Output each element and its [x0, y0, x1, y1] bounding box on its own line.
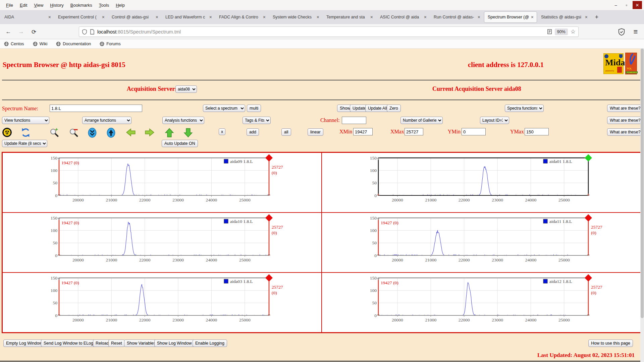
url-bar[interactable]: localhost:8015/Spectrum/Spectrum.tml 90%…: [79, 26, 579, 37]
bookmark-forums[interactable]: Forums: [100, 42, 120, 46]
auto-update-button[interactable]: Auto Update ON: [162, 140, 198, 147]
app-menu-icon[interactable]: ≡: [631, 27, 641, 37]
select-spectrum-dropdown[interactable]: Select a spectrum: [203, 105, 245, 112]
back-button[interactable]: ←: [3, 27, 13, 37]
zoom-level-badge[interactable]: 90%: [555, 28, 568, 35]
arrange-functions-dropdown[interactable]: Arrange functions: [82, 117, 131, 124]
arrow-left-icon[interactable]: [126, 128, 136, 138]
tab-experiment-control[interactable]: Experiment Control (×: [55, 11, 108, 23]
tab-close-icon[interactable]: ×: [369, 14, 374, 20]
analysis-functions-dropdown[interactable]: Analysis functions: [162, 117, 204, 124]
page-scrollbar[interactable]: [640, 49, 644, 362]
menu-history[interactable]: History: [47, 1, 67, 9]
tab-spectrum-browser[interactable]: Spectrum Browser (@×: [484, 11, 537, 23]
forward-button[interactable]: →: [16, 27, 26, 37]
tab-temperature-and-sta[interactable]: Temperature and sta×: [323, 11, 376, 23]
linear-button[interactable]: linear: [308, 128, 323, 136]
spectrum-panel-aida09[interactable]: 200002100022000230002400025000050100150a…: [2, 153, 322, 213]
all-button[interactable]: all: [281, 128, 291, 136]
zero-button[interactable]: Zero: [387, 105, 401, 112]
tab-asic-control-aida[interactable]: ASIC Control @ aida×: [377, 11, 430, 23]
x-button[interactable]: x: [219, 128, 225, 135]
add-button[interactable]: add: [247, 128, 259, 136]
tab-close-icon[interactable]: ×: [316, 14, 320, 20]
tab-led-and-waveform-c[interactable]: LED and Waveform c×: [162, 11, 215, 23]
arrow-right-icon[interactable]: [145, 128, 155, 138]
menu-view[interactable]: View: [31, 1, 47, 9]
multi-button[interactable]: multi: [247, 105, 261, 112]
tab-close-icon[interactable]: ×: [584, 14, 589, 20]
tab-close-icon[interactable]: ×: [101, 14, 106, 20]
close-button[interactable]: ✕: [633, 1, 642, 9]
tab-close-icon[interactable]: ×: [477, 14, 481, 20]
spectrum-panel-aida10[interactable]: 200002100022000230002400025000050100150a…: [2, 213, 322, 273]
menu-bookmarks[interactable]: Bookmarks: [67, 1, 96, 9]
update-rate-dropdown[interactable]: Update Rate (8 secs): [2, 140, 47, 147]
radioactive-icon[interactable]: ☢: [2, 128, 12, 138]
spectrum-panel-aida01[interactable]: 200002100022000230002400025000050100150a…: [322, 153, 641, 213]
enable-logging-button[interactable]: Enable Logging: [193, 340, 227, 347]
update-all-button[interactable]: Update All: [365, 105, 390, 112]
channel-input[interactable]: [342, 117, 366, 124]
show-variables-button[interactable]: Show Variables: [124, 340, 158, 347]
show-log-window-button[interactable]: Show Log Window: [154, 340, 195, 347]
acquisition-server-select[interactable]: aida08: [175, 85, 197, 93]
xmax-input[interactable]: [405, 128, 423, 135]
reader-view-icon[interactable]: [547, 29, 552, 34]
url-text[interactable]: localhost:8015/Spectrum/Spectrum.tml: [97, 29, 547, 35]
layout-id-dropdown[interactable]: Layout ID=3: [480, 117, 509, 124]
tab-run-control-aidas[interactable]: Run Control @ aidas-×: [430, 11, 483, 23]
bookmark-centos[interactable]: Centos: [4, 42, 24, 46]
arrow-up-icon[interactable]: [165, 128, 175, 138]
ymin-input[interactable]: [462, 128, 486, 135]
page-info-icon[interactable]: [90, 29, 95, 35]
empty-log-window-button[interactable]: Empty Log Window: [3, 340, 45, 347]
tab-aida[interactable]: AIDA×: [1, 11, 54, 23]
tab-close-icon[interactable]: ×: [262, 14, 267, 20]
spectra-functions-dropdown[interactable]: Spectra functions: [505, 105, 544, 112]
scrollbar-thumb[interactable]: [641, 49, 644, 318]
what-are-these-button-1[interactable]: What are these?: [607, 105, 643, 112]
shield-permissions-icon[interactable]: [82, 29, 87, 35]
spectrum-panel-aida11[interactable]: 200002100022000230002400025000050100150a…: [322, 213, 641, 273]
bookmark-star-icon[interactable]: ☆: [571, 28, 576, 35]
arrow-down-icon[interactable]: [183, 128, 194, 138]
new-tab-button[interactable]: +: [592, 12, 602, 22]
reload-button[interactable]: ⟳: [29, 27, 39, 37]
menu-edit[interactable]: Edit: [16, 1, 31, 9]
menu-tools[interactable]: Tools: [96, 1, 112, 9]
xmin-input[interactable]: [353, 128, 373, 135]
spectrum-panel-aida12[interactable]: 200002100022000230002400025000050100150a…: [322, 273, 641, 333]
view-functions-dropdown[interactable]: View functions: [2, 117, 49, 124]
tab-statistics-aidas-gsi[interactable]: Statistics @ aidas-gsi×: [538, 11, 591, 23]
what-are-these-button-3[interactable]: What are these?: [607, 128, 643, 136]
tab-close-icon[interactable]: ×: [208, 14, 213, 20]
tab-close-icon[interactable]: ×: [155, 14, 159, 20]
what-are-these-button-2[interactable]: What are these?: [607, 117, 643, 124]
reset-button[interactable]: Reset: [108, 340, 125, 347]
menu-help[interactable]: Help: [112, 1, 128, 9]
tab-fadc-align-contro[interactable]: FADC Align & Contro×: [216, 11, 269, 23]
number-of-galleries-dropdown[interactable]: Number of Galleries: [400, 117, 443, 124]
tab-close-icon[interactable]: ×: [47, 14, 52, 20]
bookmark-documentation[interactable]: Documentation: [56, 42, 91, 46]
minimize-button[interactable]: –: [611, 1, 621, 9]
refresh-icon[interactable]: [21, 128, 31, 138]
zoom-out-icon[interactable]: [69, 128, 79, 138]
maximize-button[interactable]: ▫: [622, 1, 631, 9]
bookmark-wiki[interactable]: Wiki: [33, 42, 48, 46]
spectrum-name-input[interactable]: [50, 105, 142, 112]
scroll-down-icon[interactable]: [88, 128, 98, 138]
tab-control-aidas-gsi[interactable]: Control @ aidas-gsi×: [108, 11, 161, 23]
tab-close-icon[interactable]: ×: [423, 14, 428, 20]
tags-fits-dropdown[interactable]: Tags & Fits: [243, 117, 271, 124]
zoom-in-icon[interactable]: +: [49, 128, 59, 138]
spectrum-panel-aida03[interactable]: 200002100022000230002400025000050100150a…: [2, 273, 322, 333]
scroll-up-icon[interactable]: [106, 128, 116, 138]
send-log-window-to-elog-button[interactable]: Send Log Window to ELog: [41, 340, 96, 347]
tab-close-icon[interactable]: ×: [530, 14, 535, 20]
tab-system-wide-checks[interactable]: System wide Checks×: [269, 11, 322, 23]
protection-shield-icon[interactable]: [618, 28, 625, 36]
how-to-use-button[interactable]: How to use this page: [588, 340, 633, 347]
menu-file[interactable]: File: [3, 1, 16, 9]
